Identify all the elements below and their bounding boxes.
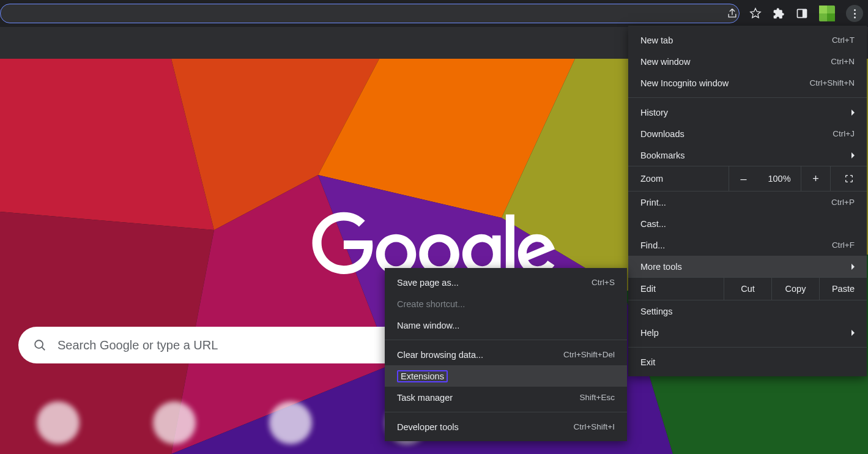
fullscreen-button[interactable] [830,166,867,191]
menu-edit-row: Edit Cut Copy Paste [628,277,867,300]
browser-toolbar [0,0,868,27]
menu-separator [628,97,867,98]
puzzle-icon[interactable] [773,7,785,20]
shortcut-tile[interactable] [263,401,318,454]
zoom-label: Zoom [628,174,729,184]
submenu-name-window[interactable]: Name window... [385,314,627,336]
chevron-right-icon [851,110,855,116]
zoom-value: 100% [758,174,801,184]
svg-rect-1 [803,9,807,17]
menu-exit[interactable]: Exit [628,351,867,373]
copy-button[interactable]: Copy [771,278,819,300]
menu-print[interactable]: Print...Ctrl+P [628,192,867,213]
toolbar-actions [726,5,863,22]
search-placeholder: Search Google or type a URL [57,338,218,352]
submenu-create-shortcut: Create shortcut... [385,293,627,314]
menu-settings[interactable]: Settings [628,300,867,322]
submenu-devtools[interactable]: Developer toolsCtrl+Shift+I [385,416,627,437]
shortcut-tile[interactable] [31,401,86,454]
menu-separator [385,340,627,340]
menu-find[interactable]: Find...Ctrl+F [628,234,867,256]
menu-bookmarks[interactable]: Bookmarks [628,144,867,166]
profile-avatar[interactable] [819,6,835,21]
menu-new-tab[interactable]: New tabCtrl+T [628,29,867,51]
star-icon[interactable] [749,7,762,20]
chevron-right-icon [851,152,855,158]
menu-history[interactable]: History [628,102,867,123]
chevron-right-icon [851,330,855,336]
submenu-extensions[interactable]: Extensions [385,365,627,387]
shortcuts-row [31,401,434,454]
omnibox[interactable] [0,4,740,23]
edit-label: Edit [628,284,724,294]
chevron-right-icon [851,264,855,270]
menu-new-window[interactable]: New windowCtrl+N [628,51,867,72]
kebab-icon [854,9,856,18]
menu-cast[interactable]: Cast... [628,213,867,234]
cut-button[interactable]: Cut [724,278,771,300]
share-icon[interactable] [726,7,738,20]
menu-downloads[interactable]: DownloadsCtrl+J [628,123,867,144]
panel-icon[interactable] [796,7,808,20]
menu-separator [385,412,627,412]
zoom-in-button[interactable]: + [801,166,830,191]
menu-new-incognito[interactable]: New Incognito windowCtrl+Shift+N [628,72,867,94]
more-tools-submenu: Save page as...Ctrl+S Create shortcut...… [385,268,627,441]
main-menu: New tabCtrl+T New windowCtrl+N New Incog… [628,26,867,376]
menu-separator [628,347,867,348]
submenu-save-page[interactable]: Save page as...Ctrl+S [385,272,627,293]
menu-more-tools[interactable]: More tools [628,256,867,277]
menu-zoom-row: Zoom – 100% + [628,166,867,192]
submenu-clear-browsing-data[interactable]: Clear browsing data...Ctrl+Shift+Del [385,344,627,365]
shortcut-tile[interactable] [147,401,202,454]
search-icon [33,338,46,352]
zoom-out-button[interactable]: – [729,166,758,191]
kebab-menu-button[interactable] [846,5,863,22]
svg-point-11 [35,340,43,348]
menu-help[interactable]: Help [628,322,867,343]
paste-button[interactable]: Paste [819,278,867,300]
submenu-task-manager[interactable]: Task managerShift+Esc [385,387,627,408]
